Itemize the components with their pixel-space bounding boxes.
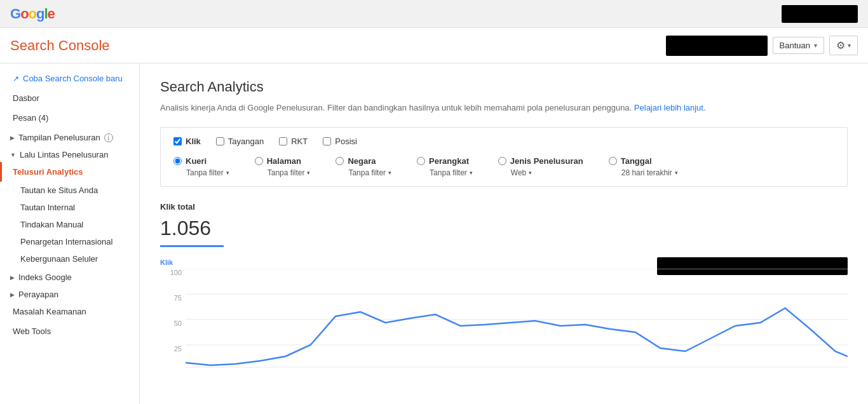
rkt-checkbox[interactable]: RKT [279,137,308,146]
google-bar: Google [0,0,868,28]
kueri-filter-chevron-icon: ▾ [226,170,229,176]
negara-filter-chevron-icon: ▾ [388,170,391,176]
jenis-filter-chevron-icon: ▾ [529,170,532,176]
klik-total-block: Klik total 1.056 [160,202,224,257]
jenis-radio[interactable] [498,157,506,165]
sidebar-item-tautan-situs[interactable]: Tautan ke Situs Anda [0,182,139,199]
stats-underline [160,245,224,247]
negara-filter-dropdown[interactable]: Tanpa filter ▾ [348,168,391,177]
main-content: Search Analytics Analisis kinerja Anda d… [140,64,868,404]
sidebar-item-telusuri-analytics[interactable]: Telusuri Analytics [0,162,139,182]
perangkat-radio[interactable] [417,157,425,165]
klik-total-label: Klik total [160,202,224,212]
tanggal-filter-chevron-icon: ▾ [675,170,678,176]
header-right: Bantuan ▾ ⚙ ▾ [666,36,858,56]
google-logo: Google [10,6,55,22]
chart-container: Klik 100 75 50 25 [160,257,848,370]
info-icon: i [104,133,113,142]
page-title: Search Analytics [160,79,848,95]
sidebar-item-tampilan[interactable]: ▶ Tampilan Penelusuran i [0,128,139,145]
sidebar-item-tautan-internal[interactable]: Tautan Internal [0,199,139,216]
sidebar-item-messages[interactable]: Pesan (4) [0,108,139,128]
sidebar-item-perayapan[interactable]: ▶ Perayapan [0,285,139,302]
sidebar-item-penargetan[interactable]: Penargetan Internasional [0,233,139,250]
posisi-checkbox[interactable]: Posisi [323,137,357,146]
sidebar: ↗ Coba Search Console baru Dasbor Pesan … [0,64,140,404]
filter-section: Klik Tayangan RKT Posisi [160,127,848,187]
group-by-row: Kueri Tanpa filter ▾ Halaman Tanpa filte… [173,156,834,177]
kueri-radio[interactable] [173,157,182,165]
halaman-filter-chevron-icon: ▾ [307,170,310,176]
perangkat-filter-dropdown[interactable]: Tanpa filter ▾ [430,168,473,177]
tayangan-checkbox[interactable]: Tayangan [216,137,264,146]
jenis-radio-item[interactable]: Jenis Penelusuran Web ▾ [498,156,583,177]
kueri-radio-item[interactable]: Kueri Tanpa filter ▾ [173,156,229,177]
expand-icon: ▼ [10,152,16,158]
sidebar-item-lalu-lintas[interactable]: ▼ Lalu Lintas Penelusuran [0,145,139,162]
bantuan-chevron-icon: ▾ [814,42,817,49]
negara-radio[interactable] [336,157,344,165]
indeks-collapse-icon: ▶ [10,274,15,281]
bantuan-button[interactable]: Bantuan ▾ [773,37,824,54]
halaman-filter-dropdown[interactable]: Tanpa filter ▾ [268,168,311,177]
property-selector[interactable] [666,36,768,56]
perayapan-collapse-icon: ▶ [10,292,15,298]
gear-icon: ⚙ [836,39,845,51]
learn-more-link[interactable]: Pelajari lebih lanjut. [634,103,706,112]
collapse-icon: ▶ [10,135,15,141]
chart-area: 100 75 50 25 [160,269,848,370]
tanggal-filter-dropdown[interactable]: 28 hari terakhir ▾ [621,168,678,177]
negara-radio-item[interactable]: Negara Tanpa filter ▾ [336,156,391,177]
user-avatar[interactable] [782,5,858,23]
sidebar-item-web-tools[interactable]: Web Tools [0,321,139,341]
header-bar: Search Console Bantuan ▾ ⚙ ▾ [0,28,868,64]
halaman-radio[interactable] [255,157,263,165]
jenis-filter-dropdown[interactable]: Web ▾ [511,168,583,177]
page-description: Analisis kinerja Anda di Google Penelusu… [160,102,848,114]
sidebar-item-dashboard[interactable]: Dasbor [0,88,139,108]
settings-chevron-icon: ▾ [848,42,851,49]
halaman-radio-item[interactable]: Halaman Tanpa filter ▾ [255,156,311,177]
perangkat-filter-chevron-icon: ▾ [470,170,473,176]
sidebar-item-tindakan-manual[interactable]: Tindakan Manual [0,216,139,233]
sidebar-item-masalah-keamanan[interactable]: Masalah Keamanan [0,302,139,321]
klik-checkbox[interactable]: Klik [173,137,201,146]
kueri-filter-dropdown[interactable]: Tanpa filter ▾ [186,168,229,177]
settings-button[interactable]: ⚙ ▾ [829,36,858,55]
stats-section: Klik total 1.056 Klik 100 75 50 [160,202,848,370]
external-link-icon: ↗ [13,74,19,83]
filter-checkboxes-row: Klik Tayangan RKT Posisi [173,137,834,146]
perangkat-radio-item[interactable]: Perangkat Tanpa filter ▾ [417,156,473,177]
chart-svg [186,269,848,370]
sidebar-item-kebergunaan[interactable]: Kebergunaan Seluler [0,250,139,267]
klik-total-value: 1.056 [160,217,224,240]
app-title: Search Console [10,37,110,54]
chart-y-labels: 100 75 50 25 [160,269,186,370]
tanggal-radio[interactable] [609,157,617,165]
tanggal-radio-item[interactable]: Tanggal 28 hari terakhir ▾ [609,156,678,177]
layout: ↗ Coba Search Console baru Dasbor Pesan … [0,64,868,404]
sidebar-item-indeks[interactable]: ▶ Indeks Google [0,267,139,285]
sidebar-item-try-new[interactable]: ↗ Coba Search Console baru [0,69,139,88]
